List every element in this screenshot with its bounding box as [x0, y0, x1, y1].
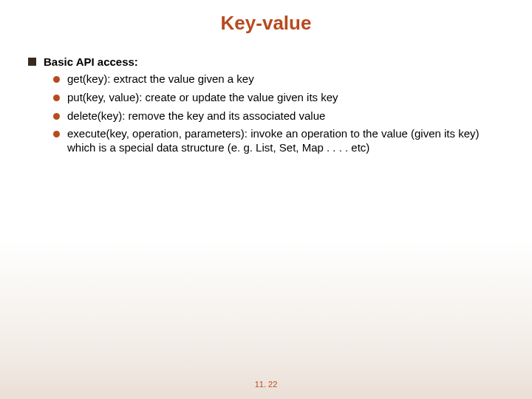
slide-title: Key-value: [0, 0, 532, 55]
list-item-text: put(key, value): create or update the va…: [67, 91, 338, 105]
sub-list: get(key): extract the value given a key …: [28, 72, 502, 155]
list-item: delete(key): remove the key and its asso…: [53, 109, 502, 123]
circle-bullet-icon: [53, 113, 60, 120]
square-bullet-icon: [28, 58, 36, 66]
list-item-text: execute(key, operation, parameters): inv…: [67, 127, 481, 155]
slide-number: 11. 22: [0, 380, 532, 389]
slide-content: Basic API access: get(key): extract the …: [0, 55, 532, 155]
list-item-label: Basic API access:: [44, 55, 138, 68]
list-item: Basic API access:: [28, 55, 502, 68]
circle-bullet-icon: [53, 131, 60, 137]
list-item-text: delete(key): remove the key and its asso…: [67, 109, 325, 123]
circle-bullet-icon: [53, 95, 60, 101]
list-item: put(key, value): create or update the va…: [53, 91, 502, 105]
list-item-text: get(key): extract the value given a key: [67, 72, 254, 86]
circle-bullet-icon: [53, 76, 60, 83]
list-item: get(key): extract the value given a key: [53, 72, 502, 86]
list-item: execute(key, operation, parameters): inv…: [53, 127, 502, 155]
